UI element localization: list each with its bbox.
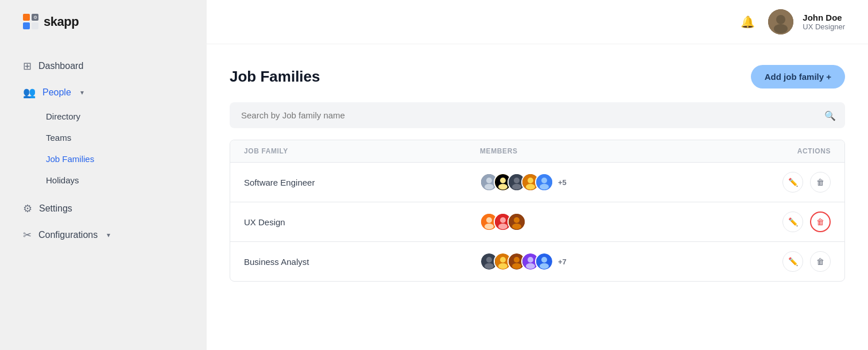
svg-point-37 bbox=[528, 257, 533, 263]
avatar bbox=[768, 9, 793, 34]
logo-square-2: ⚙ bbox=[32, 14, 38, 21]
col-actions: ACTIONS bbox=[716, 147, 831, 155]
gear-icon: ⚙ bbox=[23, 202, 32, 215]
svg-point-4 bbox=[486, 178, 492, 183]
page-title: Job Families bbox=[230, 68, 320, 86]
members-column bbox=[480, 213, 716, 231]
user-avatar-image bbox=[768, 9, 793, 34]
sidebar-item-label: Configurations bbox=[38, 230, 98, 240]
svg-point-38 bbox=[526, 263, 535, 269]
svg-point-7 bbox=[500, 178, 506, 183]
edit-button[interactable]: ✏️ bbox=[782, 172, 803, 193]
search-container: 🔍 bbox=[230, 102, 845, 128]
sidebar-item-directory[interactable]: Directory bbox=[0, 106, 207, 127]
sidebar-item-job-families[interactable]: Job Families bbox=[0, 148, 207, 170]
avatar-stack bbox=[480, 173, 549, 191]
avatar-stack bbox=[480, 252, 549, 271]
page-header: Job Families Add job family + bbox=[230, 65, 845, 89]
chevron-down-icon: ▾ bbox=[107, 231, 110, 239]
sidebar-item-settings[interactable]: ⚙ Settings bbox=[0, 195, 207, 222]
bell-icon: 🔔 bbox=[741, 15, 755, 29]
svg-point-28 bbox=[486, 257, 492, 263]
pencil-icon: ✏️ bbox=[788, 257, 798, 266]
svg-point-32 bbox=[498, 263, 507, 269]
svg-point-2 bbox=[774, 24, 788, 33]
people-submenu: Directory Teams Job Families Holidays bbox=[0, 106, 207, 191]
logo-icon: ⚙ bbox=[23, 14, 39, 30]
job-family-name: Software Engineer bbox=[244, 178, 480, 187]
svg-point-26 bbox=[512, 224, 521, 229]
chevron-down-icon: ▾ bbox=[80, 89, 84, 97]
delete-button[interactable]: 🗑 bbox=[810, 172, 831, 193]
svg-point-16 bbox=[541, 178, 547, 183]
sidebar-item-label: Teams bbox=[46, 133, 71, 143]
logo: ⚙ skapp bbox=[0, 14, 207, 53]
sidebar-item-label: Holidays bbox=[46, 175, 79, 185]
sidebar-item-people[interactable]: 👥 People ▾ bbox=[0, 79, 207, 106]
svg-point-1 bbox=[776, 15, 785, 24]
user-name: John Doe bbox=[803, 13, 845, 22]
svg-point-11 bbox=[512, 184, 521, 190]
people-icon: 👥 bbox=[23, 86, 36, 99]
search-icon: 🔍 bbox=[824, 110, 836, 121]
main-nav: ⊞ Dashboard 👥 People ▾ Directory Teams J… bbox=[0, 53, 207, 248]
sidebar-item-label: Directory bbox=[46, 111, 80, 121]
svg-point-19 bbox=[486, 217, 492, 223]
svg-point-31 bbox=[500, 257, 506, 263]
members-column: +7 bbox=[480, 252, 716, 271]
dashboard-icon: ⊞ bbox=[23, 60, 32, 72]
svg-point-20 bbox=[485, 224, 494, 229]
page-content: Job Families Add job family + 🔍 JOB FAMI… bbox=[207, 44, 868, 350]
notifications-button[interactable]: 🔔 bbox=[736, 10, 759, 33]
sidebar-item-label: Job Families bbox=[46, 154, 94, 164]
plus-count: +7 bbox=[558, 257, 567, 266]
edit-button[interactable]: ✏️ bbox=[782, 251, 803, 272]
avatar-stack bbox=[480, 213, 521, 231]
logo-square-1 bbox=[23, 14, 30, 21]
sidebar-item-holidays[interactable]: Holidays bbox=[0, 170, 207, 191]
edit-button[interactable]: ✏️ bbox=[782, 211, 803, 232]
plus-count: +5 bbox=[558, 178, 567, 187]
members-column: +5 bbox=[480, 173, 716, 191]
sidebar-item-label: Dashboard bbox=[38, 61, 83, 71]
add-job-family-button[interactable]: Add job family + bbox=[751, 65, 845, 89]
svg-point-22 bbox=[500, 217, 506, 223]
main-content: 🔔 John Doe UX Designer Job Families Add … bbox=[207, 0, 868, 350]
user-role: UX Designer bbox=[803, 22, 845, 31]
actions-column: ✏️ 🗑 bbox=[716, 251, 831, 272]
logo-square-3 bbox=[23, 22, 30, 29]
sidebar-item-label: People bbox=[42, 87, 71, 98]
pencil-icon: ✏️ bbox=[788, 178, 798, 187]
delete-button-highlighted[interactable]: 🗑 bbox=[810, 211, 831, 232]
sidebar-item-dashboard[interactable]: ⊞ Dashboard bbox=[0, 53, 207, 79]
svg-point-10 bbox=[514, 178, 520, 183]
svg-point-34 bbox=[514, 257, 520, 263]
svg-point-40 bbox=[541, 257, 547, 263]
svg-point-8 bbox=[498, 184, 507, 190]
member-avatar bbox=[507, 213, 526, 231]
sidebar: ⚙ skapp ⊞ Dashboard 👥 People ▾ Directory… bbox=[0, 0, 207, 350]
table-row: Business Analyst bbox=[230, 242, 844, 281]
delete-button[interactable]: 🗑 bbox=[810, 251, 831, 272]
user-info: John Doe UX Designer bbox=[803, 13, 845, 31]
trash-icon: 🗑 bbox=[816, 178, 824, 187]
svg-point-13 bbox=[528, 178, 533, 183]
job-families-table: JOB FAMILY MEMBERS ACTIONS Software Engi… bbox=[230, 140, 845, 282]
svg-point-23 bbox=[498, 224, 507, 229]
svg-point-14 bbox=[526, 184, 535, 190]
logo-text: skapp bbox=[44, 14, 79, 29]
member-avatar bbox=[535, 173, 553, 191]
job-family-name: UX Design bbox=[244, 217, 480, 227]
sidebar-item-configurations[interactable]: ✂ Configurations ▾ bbox=[0, 222, 207, 248]
member-avatar bbox=[535, 252, 553, 271]
svg-point-17 bbox=[540, 184, 549, 190]
sidebar-item-teams[interactable]: Teams bbox=[0, 127, 207, 148]
logo-square-4 bbox=[32, 22, 38, 29]
svg-point-29 bbox=[485, 263, 494, 269]
table-row: Software Engineer bbox=[230, 163, 844, 202]
svg-point-35 bbox=[512, 263, 521, 269]
search-input[interactable] bbox=[230, 102, 845, 128]
trash-icon: 🗑 bbox=[816, 217, 824, 226]
avatar-svg bbox=[768, 9, 793, 34]
col-members: MEMBERS bbox=[480, 147, 716, 155]
